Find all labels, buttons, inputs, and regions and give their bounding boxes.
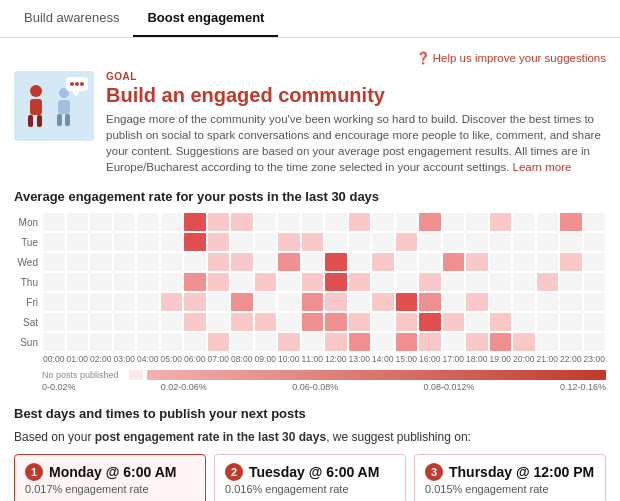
heatmap-cell xyxy=(161,233,183,251)
svg-point-11 xyxy=(70,82,74,86)
heatmap-cell xyxy=(302,273,324,291)
tab-build-awareness[interactable]: Build awareness xyxy=(10,0,133,37)
hour-label: 07:00 xyxy=(207,354,231,364)
heatmap-cell xyxy=(490,333,512,351)
heatmap-cell xyxy=(372,273,394,291)
tab-bar: Build awareness Boost engagement xyxy=(0,0,620,38)
heatmap-cell xyxy=(231,293,253,311)
hour-label: 19:00 xyxy=(489,354,513,364)
card-rate: 0.016% engagement rate xyxy=(225,483,395,495)
best-times-title: Best days and times to publish your next… xyxy=(14,406,606,421)
heatmap-cell xyxy=(584,333,606,351)
heatmap-legend: No posts published xyxy=(42,370,606,380)
heatmap-cell xyxy=(443,213,465,231)
heatmap-cell xyxy=(372,253,394,271)
heatmap-cell xyxy=(114,213,136,231)
heatmap-cell xyxy=(372,293,394,311)
heatmap-cell xyxy=(184,213,206,231)
heatmap-cell xyxy=(513,273,535,291)
svg-rect-8 xyxy=(65,114,70,126)
heatmap-cell xyxy=(231,273,253,291)
heatmap-cell xyxy=(90,253,112,271)
hour-label: 16:00 xyxy=(418,354,442,364)
heatmap-cell xyxy=(396,313,418,331)
heatmap-cell xyxy=(184,293,206,311)
tab-boost-engagement[interactable]: Boost engagement xyxy=(133,0,278,37)
heatmap-title: Average engagement rate for your posts i… xyxy=(14,189,606,204)
heatmap-cell xyxy=(537,253,559,271)
heatmap-cell xyxy=(137,273,159,291)
svg-rect-3 xyxy=(28,115,33,127)
learn-more-link[interactable]: Learn more xyxy=(513,161,572,173)
hour-label: 09:00 xyxy=(254,354,278,364)
heatmap-cell xyxy=(513,213,535,231)
heatmap-cell xyxy=(90,293,112,311)
heatmap-cell xyxy=(255,253,277,271)
heatmap-cell xyxy=(349,233,371,251)
hour-label: 10:00 xyxy=(277,354,301,364)
heatmap-cell xyxy=(208,273,230,291)
day-label: Sun xyxy=(14,332,42,352)
heatmap-cell xyxy=(255,213,277,231)
heatmap-cell xyxy=(114,253,136,271)
heatmap-cell xyxy=(161,273,183,291)
heatmap-cell xyxy=(349,273,371,291)
heatmap-cell xyxy=(584,313,606,331)
hour-label: 08:00 xyxy=(230,354,254,364)
legend-range-item: 0.02-0.06% xyxy=(161,382,207,392)
engagement-suggestions: 1 Monday @ 6:00 AM 0.017% engagement rat… xyxy=(14,454,606,501)
legend-range-item: 0.06-0.08% xyxy=(292,382,338,392)
heatmap-cell xyxy=(396,333,418,351)
svg-rect-6 xyxy=(58,100,70,114)
heatmap-cell xyxy=(325,253,347,271)
suggestion-card: 2 Tuesday @ 6:00 AM 0.016% engagement ra… xyxy=(214,454,406,501)
heatmap-cell xyxy=(372,313,394,331)
heatmap-cell xyxy=(114,293,136,311)
heatmap-cell xyxy=(537,233,559,251)
hour-label: 18:00 xyxy=(465,354,489,364)
heatmap-cell xyxy=(490,213,512,231)
heatmap-cell xyxy=(537,293,559,311)
suggestion-card: 3 Thursday @ 12:00 PM 0.015% engagement … xyxy=(414,454,606,501)
heatmap-cell xyxy=(419,333,441,351)
hour-label: 06:00 xyxy=(183,354,207,364)
heatmap-cell xyxy=(490,293,512,311)
heatmap-cell xyxy=(255,313,277,331)
heatmap-cell xyxy=(490,313,512,331)
hour-label: 23:00 xyxy=(583,354,607,364)
heatmap-cell xyxy=(137,313,159,331)
heatmap-cell xyxy=(419,213,441,231)
heatmap-cell xyxy=(278,233,300,251)
heatmap-cell xyxy=(443,333,465,351)
heatmap-cell xyxy=(443,233,465,251)
help-link[interactable]: ❓ Help us improve your suggestions xyxy=(416,52,606,64)
hour-label: 22:00 xyxy=(559,354,583,364)
card-time: Thursday @ 12:00 PM xyxy=(449,464,594,480)
heatmap-cell xyxy=(231,313,253,331)
card-rate: 0.015% engagement rate xyxy=(425,483,595,495)
heatmap-cell xyxy=(396,273,418,291)
heatmap-cell xyxy=(302,233,324,251)
card-rank-row: 3 Thursday @ 12:00 PM xyxy=(425,463,595,481)
heatmap-cell xyxy=(466,293,488,311)
heatmap-row xyxy=(42,212,606,232)
heatmap-cell xyxy=(513,253,535,271)
hour-label: 21:00 xyxy=(536,354,560,364)
heatmap-cell xyxy=(396,293,418,311)
heatmap-cell xyxy=(325,313,347,331)
heatmap-cell xyxy=(466,213,488,231)
heatmap-cell xyxy=(537,333,559,351)
heatmap-cell xyxy=(43,293,65,311)
heatmap-cell xyxy=(325,273,347,291)
illustration-svg xyxy=(14,71,94,141)
heatmap-cell xyxy=(560,253,582,271)
heatmap-cell xyxy=(90,213,112,231)
heatmap-cell xyxy=(490,233,512,251)
heatmap-cell xyxy=(372,233,394,251)
heatmap-cell xyxy=(278,333,300,351)
heatmap-row xyxy=(42,252,606,272)
heatmap-cell xyxy=(349,293,371,311)
day-label: Sat xyxy=(14,312,42,332)
card-time: Tuesday @ 6:00 AM xyxy=(249,464,379,480)
day-label: Thu xyxy=(14,272,42,292)
